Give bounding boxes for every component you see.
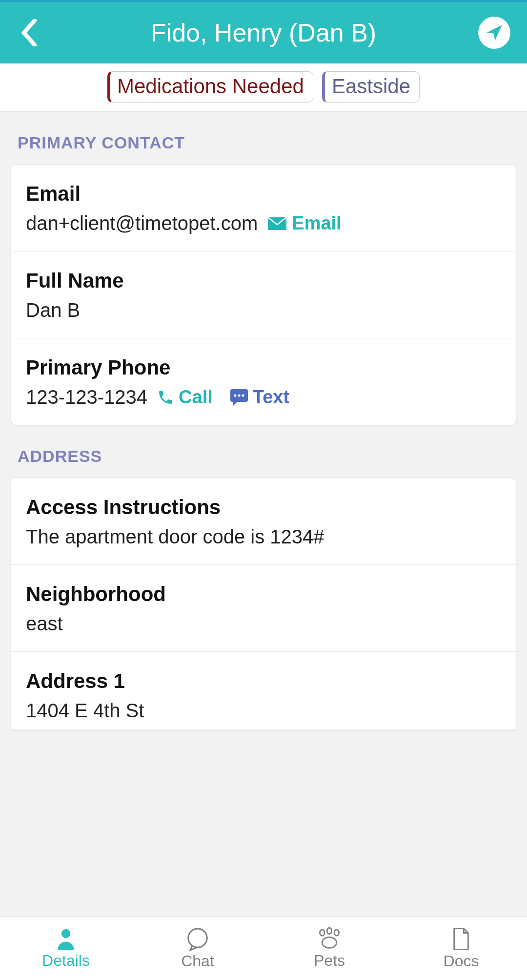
svg-point-6: [61, 929, 70, 938]
call-action-label: Call: [179, 387, 213, 408]
access-value: The apartment door code is 1234#: [26, 526, 324, 548]
tab-pets[interactable]: Pets: [264, 917, 395, 980]
svg-point-8: [320, 930, 324, 936]
text-action[interactable]: Text: [230, 387, 289, 408]
tab-details-label: Details: [42, 952, 90, 970]
address1-value: 1404 E 4th St: [26, 700, 144, 722]
svg-point-7: [188, 929, 207, 947]
section-header-primary-contact: PRIMARY CONTACT: [0, 112, 527, 164]
section-header-address: ADDRESS: [0, 425, 527, 478]
email-value: dan+client@timetopet.com: [26, 212, 258, 234]
navigate-button[interactable]: [478, 17, 510, 49]
access-row: Access Instructions The apartment door c…: [11, 478, 516, 565]
document-icon: [451, 927, 471, 951]
tags-bar: Medications Needed Eastside: [0, 63, 527, 112]
person-icon: [55, 927, 77, 951]
bottom-tab-bar: Details Chat Pets Docs: [0, 917, 527, 980]
location-arrow-icon: [485, 23, 504, 42]
name-row: Full Name Dan B: [11, 251, 516, 338]
tab-pets-label: Pets: [314, 952, 345, 970]
tab-chat-label: Chat: [181, 952, 214, 970]
primary-contact-card: Email dan+client@timetopet.com Email Ful…: [11, 164, 516, 425]
address1-row: Address 1 1404 E 4th St: [11, 652, 516, 730]
tab-docs[interactable]: Docs: [395, 917, 527, 980]
svg-point-4: [238, 394, 240, 396]
svg-marker-2: [233, 401, 238, 406]
envelope-icon: [267, 217, 287, 230]
phone-value: 123-123-1234: [26, 386, 147, 408]
tab-details[interactable]: Details: [0, 917, 132, 980]
name-value: Dan B: [26, 299, 80, 321]
neighborhood-value: east: [26, 613, 63, 635]
svg-point-3: [234, 394, 236, 396]
svg-point-11: [322, 937, 337, 948]
call-action[interactable]: Call: [157, 387, 213, 408]
neighborhood-label: Neighborhood: [26, 583, 501, 606]
svg-point-10: [334, 930, 339, 936]
tag-medications[interactable]: Medications Needed: [107, 71, 313, 103]
email-action[interactable]: Email: [267, 213, 341, 234]
tab-chat[interactable]: Chat: [132, 917, 264, 980]
tag-region[interactable]: Eastside: [322, 71, 420, 103]
phone-label: Primary Phone: [26, 356, 501, 379]
neighborhood-row: Neighborhood east: [11, 565, 516, 652]
paw-icon: [316, 927, 343, 951]
chevron-left-icon: [21, 19, 38, 46]
email-row: Email dan+client@timetopet.com Email: [11, 165, 516, 251]
text-action-label: Text: [253, 387, 289, 408]
phone-icon: [157, 389, 174, 406]
app-header: Fido, Henry (Dan B): [0, 2, 527, 63]
chat-icon: [185, 927, 210, 951]
phone-row: Primary Phone 123-123-1234 Call Text: [11, 338, 516, 425]
access-label: Access Instructions: [26, 496, 501, 519]
message-icon: [230, 389, 248, 406]
svg-point-9: [327, 928, 332, 934]
email-action-label: Email: [292, 213, 341, 234]
svg-point-5: [242, 394, 244, 396]
page-title: Fido, Henry (Dan B): [151, 18, 376, 47]
address-card: Access Instructions The apartment door c…: [11, 478, 516, 730]
address1-label: Address 1: [26, 669, 501, 693]
email-label: Email: [26, 182, 501, 206]
back-button[interactable]: [15, 18, 44, 47]
tab-docs-label: Docs: [444, 952, 479, 970]
name-label: Full Name: [26, 269, 501, 292]
